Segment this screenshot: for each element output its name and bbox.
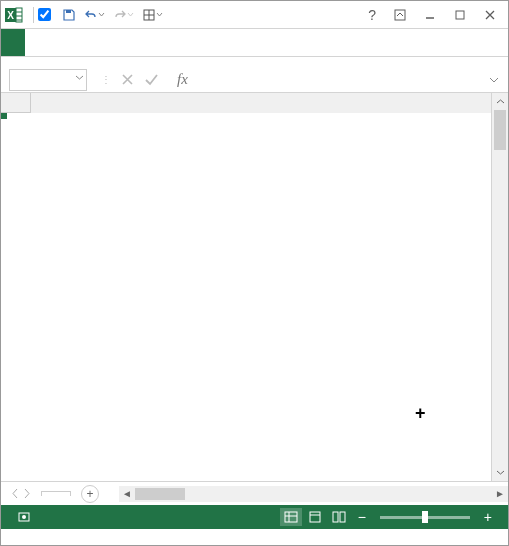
title-bar: X ? <box>1 1 508 29</box>
horizontal-scrollbar[interactable]: ◄ ► <box>119 486 508 502</box>
view-buttons <box>280 508 350 526</box>
fx-icon[interactable]: fx <box>177 71 188 88</box>
chevron-down-icon[interactable] <box>75 73 84 82</box>
formula-bar-buttons: ⋮ fx <box>101 71 188 88</box>
view-normal[interactable] <box>280 508 302 526</box>
spreadsheet-grid: + <box>1 93 508 481</box>
tab-view[interactable] <box>169 29 193 56</box>
svg-rect-15 <box>285 512 297 522</box>
window-controls <box>386 5 504 25</box>
tab-file[interactable] <box>1 29 25 56</box>
column-headers <box>1 93 491 113</box>
vscroll-track[interactable] <box>492 110 508 464</box>
sheet-nav-next[interactable] <box>22 488 31 499</box>
redo-button[interactable] <box>113 8 134 22</box>
tab-addins[interactable] <box>193 29 217 56</box>
hscroll-thumb[interactable] <box>135 488 185 500</box>
name-box[interactable] <box>9 69 87 91</box>
gridlines-toggle[interactable] <box>38 8 54 21</box>
zoom-slider[interactable] <box>380 516 470 519</box>
sheet-tab-active[interactable] <box>41 491 71 496</box>
formula-options-icon[interactable]: ⋮ <box>101 74 111 85</box>
svg-rect-12 <box>456 11 464 19</box>
zoom-out-button[interactable]: − <box>358 509 366 525</box>
quick-access-toolbar <box>38 8 163 22</box>
svg-point-14 <box>22 515 26 519</box>
svg-rect-6 <box>66 10 71 13</box>
svg-rect-20 <box>333 512 338 522</box>
view-page-break[interactable] <box>328 508 350 526</box>
hscroll-right-button[interactable]: ► <box>492 488 508 499</box>
svg-rect-10 <box>395 10 405 20</box>
tab-home[interactable] <box>25 29 49 56</box>
qat-separator <box>33 7 34 23</box>
sheet-nav-prev[interactable] <box>11 488 20 499</box>
tab-data[interactable] <box>121 29 145 56</box>
tab-review[interactable] <box>145 29 169 56</box>
hscroll-left-button[interactable]: ◄ <box>119 488 135 499</box>
add-sheet-button[interactable]: + <box>81 485 99 503</box>
excel-app-icon: X <box>5 6 23 24</box>
maximize-button[interactable] <box>446 5 474 25</box>
tab-page-layout[interactable] <box>73 29 97 56</box>
enter-icon[interactable] <box>144 73 159 86</box>
zoom-in-button[interactable]: + <box>484 509 492 525</box>
close-button[interactable] <box>476 5 504 25</box>
tab-insert[interactable] <box>49 29 73 56</box>
vertical-scrollbar[interactable] <box>491 93 508 481</box>
cell-cursor-icon: + <box>415 403 426 424</box>
scroll-up-button[interactable] <box>492 93 508 110</box>
svg-text:X: X <box>7 10 14 21</box>
tab-formulas[interactable] <box>97 29 121 56</box>
ribbon-display-button[interactable] <box>386 5 414 25</box>
macro-record-icon[interactable] <box>17 510 31 524</box>
status-bar: − + <box>1 505 508 529</box>
select-all-corner[interactable] <box>1 93 31 113</box>
fill-handle[interactable] <box>1 113 7 119</box>
svg-rect-18 <box>310 512 320 522</box>
svg-rect-21 <box>340 512 345 522</box>
scroll-down-button[interactable] <box>492 464 508 481</box>
view-page-layout[interactable] <box>304 508 326 526</box>
gridlines-checkbox[interactable] <box>38 8 51 21</box>
formula-input[interactable] <box>188 69 488 91</box>
sheet-nav <box>1 488 41 499</box>
vscroll-thumb[interactable] <box>494 110 506 150</box>
ribbon-tabs <box>1 29 508 57</box>
minimize-button[interactable] <box>416 5 444 25</box>
zoom-thumb[interactable] <box>422 511 428 523</box>
save-button[interactable] <box>62 8 76 22</box>
help-button[interactable]: ? <box>368 7 376 23</box>
formula-bar: ⋮ fx <box>1 67 508 93</box>
expand-formula-bar-icon[interactable] <box>488 74 504 86</box>
cancel-icon[interactable] <box>121 73 134 86</box>
sheet-tab-bar: + ◄ ► <box>1 481 508 505</box>
borders-button[interactable] <box>142 8 163 22</box>
undo-button[interactable] <box>84 8 105 22</box>
